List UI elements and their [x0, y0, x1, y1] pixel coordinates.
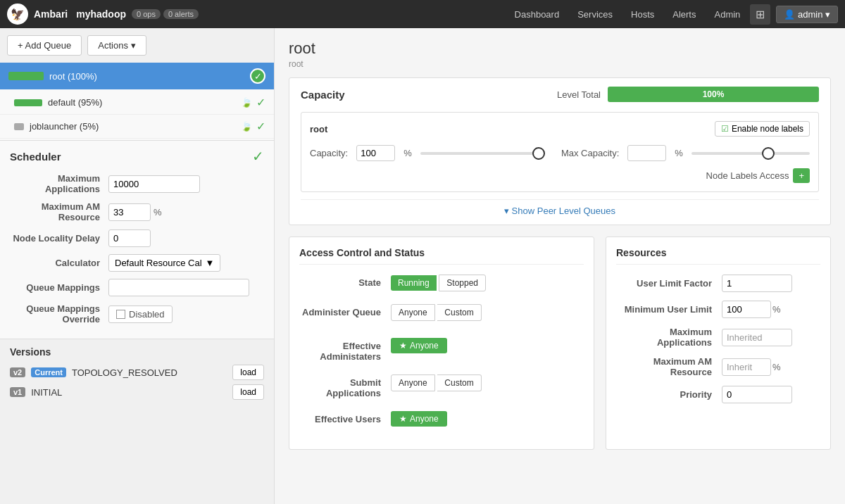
max-apps-label: Maximum Applications: [10, 173, 108, 194]
add-queue-button[interactable]: + Add Queue: [7, 35, 82, 56]
nav-alerts[interactable]: Alerts: [664, 6, 704, 23]
max-applications-input[interactable]: [722, 329, 792, 346]
queue-mappings-override-label: Queue Mappings Override: [10, 303, 108, 325]
app-logo: 🦅 Ambari: [7, 4, 68, 25]
progress-fill: 100%: [608, 87, 819, 102]
submit-custom-button[interactable]: Custom: [437, 374, 481, 391]
node-locality-row: Node Locality Delay: [10, 229, 264, 247]
max-capacity-slider[interactable]: [691, 152, 810, 155]
dropdown-arrow-icon: ▼: [206, 258, 215, 268]
star-icon-2: ★: [399, 414, 407, 424]
check-default: ✓: [256, 96, 265, 109]
node-labels-add-button[interactable]: +: [793, 168, 810, 183]
capacity-panel: Capacity Level Total 100% root ☑ Enable …: [289, 77, 831, 225]
enable-node-labels-button[interactable]: ☑ Enable node labels: [715, 121, 810, 137]
node-locality-input[interactable]: [108, 229, 151, 247]
checkbox-icon: [116, 310, 125, 319]
effective-users-anyone-button[interactable]: ★ Anyone: [391, 411, 447, 427]
root-queue-header: root ☑ Enable node labels: [310, 121, 810, 137]
capacity-slider[interactable]: [420, 152, 539, 155]
administer-custom-button[interactable]: Custom: [437, 304, 481, 321]
calculator-dropdown[interactable]: Default Resource Cal ▼: [108, 254, 220, 272]
scheduler-section: Scheduler ✓ Maximum Applications Maximum…: [0, 140, 274, 339]
priority-input[interactable]: [722, 386, 792, 403]
logo-icon: 🦅: [11, 8, 25, 21]
v2-load-button[interactable]: load: [232, 365, 264, 380]
node-checkbox: ☑: [721, 124, 729, 134]
capacity-title: Capacity: [301, 89, 557, 101]
effective-admin-value: ★ Anyone: [391, 338, 584, 353]
nav-services[interactable]: Services: [569, 6, 621, 23]
bottom-panels: Access Control and Status State Running …: [289, 237, 831, 450]
max-capacity-pct: %: [675, 148, 683, 158]
scheduler-check: ✓: [252, 148, 264, 165]
queue-joblauncher[interactable]: joblauncher (5%) 🍃 ✓: [0, 115, 274, 139]
min-user-limit-input[interactable]: [722, 301, 771, 318]
priority-row: Priority: [616, 386, 820, 403]
capacity-pct: %: [403, 148, 412, 158]
min-user-limit-row: Minimum User Limit %: [616, 301, 820, 318]
nav-dashboard[interactable]: Dashboard: [506, 6, 568, 23]
administer-anyone-button[interactable]: Anyone: [391, 304, 435, 321]
effective-admin-label: Effective Administaters: [299, 338, 391, 362]
scheduler-header: Scheduler ✓: [10, 148, 264, 165]
max-capacity-input[interactable]: [627, 145, 666, 161]
max-am-resource-input[interactable]: [722, 358, 771, 376]
v1-load-button[interactable]: load: [232, 384, 264, 400]
alerts-badge: 0 alerts: [163, 9, 199, 19]
state-buttons: Running Stopped: [391, 275, 584, 291]
state-label: State: [299, 275, 391, 288]
admin-menu[interactable]: 👤 admin ▾: [776, 6, 838, 23]
current-badge: Current: [31, 367, 66, 377]
sidebar: + Add Queue Actions ▾ root (100%) ✓ defa…: [0, 28, 275, 504]
nav-admin[interactable]: Admin: [706, 6, 749, 23]
min-user-limit-pct: %: [772, 304, 781, 315]
actions-button[interactable]: Actions ▾: [87, 35, 146, 56]
versions-title: Versions: [10, 346, 264, 358]
main-layout: + Add Queue Actions ▾ root (100%) ✓ defa…: [0, 28, 845, 504]
nav-links: Dashboard Services Hosts Alerts Admin ⊞ …: [506, 4, 838, 25]
main-content: root root Capacity Level Total 100% root…: [275, 28, 845, 504]
max-apps-input[interactable]: [108, 175, 200, 193]
submit-buttons: Anyone Custom: [391, 374, 584, 391]
queue-mappings-input[interactable]: [108, 279, 249, 296]
grid-button[interactable]: ⊞: [750, 4, 770, 25]
capacity-input[interactable]: [356, 145, 395, 161]
min-user-limit-inputs: %: [722, 301, 781, 318]
ops-badge: 0 ops: [132, 9, 161, 19]
max-am-resource-label: Maximum AM Resource: [616, 356, 722, 377]
administer-buttons: Anyone Custom: [391, 304, 584, 321]
queue-root[interactable]: root (100%) ✓: [0, 63, 274, 89]
check-joblauncher: ✓: [256, 120, 265, 133]
submit-anyone-button[interactable]: Anyone: [391, 374, 435, 391]
running-button[interactable]: Running: [391, 275, 437, 291]
version-row-0: v2 Current TOPOLOGY_RESOLVED load: [10, 365, 264, 380]
max-am-input[interactable]: [108, 203, 151, 221]
administer-row: Administer Queue Anyone Custom: [299, 304, 584, 325]
app-name: Ambari: [34, 8, 68, 20]
disabled-badge[interactable]: Disabled: [108, 305, 173, 323]
user-limit-factor-input[interactable]: [722, 275, 792, 292]
nav-hosts[interactable]: Hosts: [622, 6, 663, 23]
capacity-slider-thumb[interactable]: [532, 147, 545, 160]
access-control-title: Access Control and Status: [299, 247, 584, 265]
sidebar-top-actions: + Add Queue Actions ▾: [0, 28, 274, 63]
show-peer-queues[interactable]: ▾ Show Peer Level Queues: [301, 199, 819, 216]
queue-mappings-override-row: Queue Mappings Override Disabled: [10, 303, 264, 325]
default-label: default (95%): [48, 97, 241, 108]
max-am-resource-row: Maximum AM Resource %: [616, 356, 820, 377]
cluster-name: myhadoop: [76, 8, 126, 20]
stopped-button[interactable]: Stopped: [439, 275, 486, 291]
max-capacity-slider-thumb[interactable]: [762, 147, 775, 160]
administer-label: Administer Queue: [299, 304, 391, 317]
scheduler-title: Scheduler: [10, 151, 61, 163]
effective-admin-anyone-button[interactable]: ★ Anyone: [391, 338, 447, 353]
top-navigation: 🦅 Ambari myhadoop 0 ops 0 alerts Dashboa…: [0, 0, 845, 28]
level-total-bar: 100%: [608, 87, 819, 102]
queue-tree: root (100%) ✓ default (95%) 🍃 ✓ joblaunc…: [0, 63, 274, 140]
node-labels-row: Node Labels Access +: [310, 168, 810, 183]
queue-default[interactable]: default (95%) 🍃 ✓: [0, 91, 274, 115]
capacity-header: Capacity Level Total 100%: [301, 87, 819, 102]
max-am-row: Maximum AM Resource %: [10, 201, 264, 222]
effective-users-row: Effective Users ★ Anyone: [299, 411, 584, 427]
